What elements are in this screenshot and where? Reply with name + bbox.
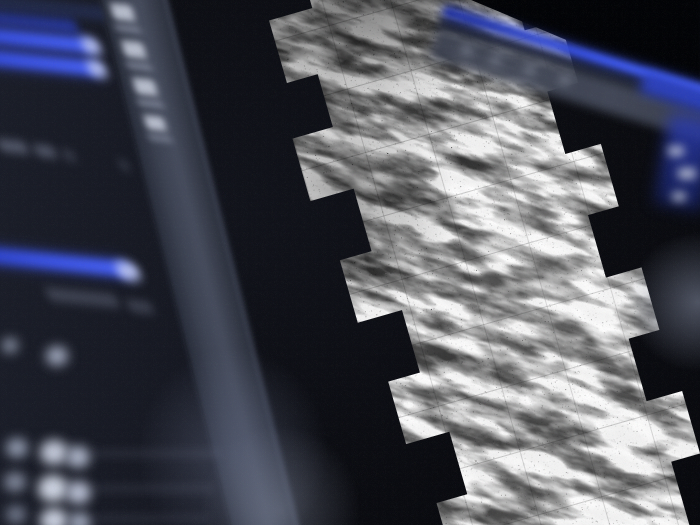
blurred-row-text — [92, 450, 222, 457]
defocus-haze — [628, 232, 700, 372]
bokeh-icon — [46, 346, 68, 366]
blurred-label — [678, 168, 696, 179]
bokeh-list-dot — [38, 475, 68, 502]
bokeh-list-dot — [6, 505, 26, 524]
bokeh-list-dot — [6, 438, 28, 458]
blurred-label — [672, 192, 686, 201]
top-toolbar-dot-icon[interactable] — [462, 45, 473, 55]
bokeh-icon — [2, 338, 18, 353]
top-toolbar-dot-icon[interactable] — [559, 75, 570, 85]
blurred-label — [668, 146, 684, 156]
photographed-monitor — [0, 0, 700, 525]
bokeh-list-dot — [66, 481, 91, 504]
blurred-row-text — [95, 515, 210, 522]
blurred-row-text — [94, 485, 214, 492]
bokeh-list-dot — [40, 440, 68, 465]
top-toolbar-dot-icon[interactable] — [525, 65, 536, 75]
defocus-haze — [200, 425, 360, 525]
top-toolbar-dot-icon[interactable] — [490, 54, 501, 64]
bokeh-list-dot — [4, 472, 26, 492]
bokeh-list-dot — [66, 446, 90, 468]
